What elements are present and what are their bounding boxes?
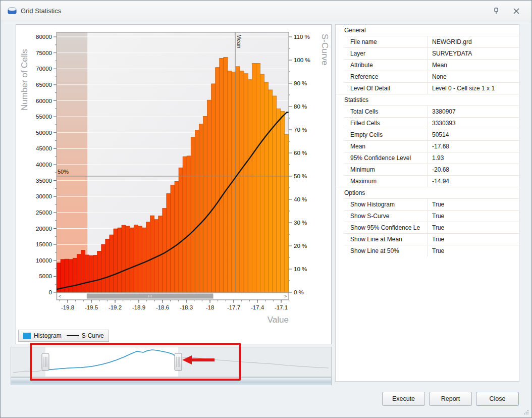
property-row[interactable]: LayerSURVEYDATA <box>336 47 519 59</box>
histogram-bar[interactable] <box>216 68 220 292</box>
scroll-right-arrow-icon[interactable]: > <box>284 294 287 299</box>
property-row[interactable]: Total Cells3380907 <box>336 106 519 117</box>
property-value[interactable]: -17.68 <box>428 141 519 152</box>
property-value[interactable]: 3330393 <box>428 118 519 129</box>
histogram-bar[interactable] <box>97 251 101 292</box>
histogram-bar[interactable] <box>240 71 244 292</box>
property-row[interactable]: Level Of DetailLevel 0 - Cell size 1 x 1 <box>336 82 519 94</box>
histogram-bar[interactable] <box>150 216 154 292</box>
property-row[interactable]: ReferenceNone <box>336 71 519 82</box>
navigator-scroll-strip[interactable] <box>11 377 332 385</box>
pin-icon[interactable] <box>492 7 500 15</box>
histogram-bar[interactable] <box>244 74 248 292</box>
histogram-bar[interactable] <box>130 228 134 292</box>
histogram-bar[interactable] <box>110 235 114 292</box>
histogram-bar[interactable] <box>228 71 232 292</box>
histogram-bar[interactable] <box>256 63 260 292</box>
property-value[interactable]: True <box>428 199 519 210</box>
property-value[interactable]: -14.94 <box>428 176 519 187</box>
property-row[interactable]: Maximum-14.94 <box>336 175 519 187</box>
histogram-bar[interactable] <box>211 84 216 292</box>
histogram-bar[interactable] <box>93 255 97 292</box>
title-bar[interactable]: Grid Statistics <box>1 1 531 21</box>
property-row[interactable]: Show Line at 50%True <box>336 245 519 256</box>
histogram-bar[interactable] <box>252 63 256 292</box>
property-value[interactable]: True <box>428 234 519 245</box>
property-value[interactable]: True <box>428 211 519 222</box>
histogram-bar[interactable] <box>175 182 179 292</box>
close-button[interactable]: Close <box>476 392 519 406</box>
histogram-bar[interactable] <box>73 258 77 292</box>
property-row[interactable]: Show 95% Confidence LeTrue <box>336 222 519 233</box>
navigator-right-handle[interactable] <box>175 353 182 371</box>
histogram-bar[interactable] <box>101 244 105 292</box>
histogram-bar[interactable] <box>203 116 207 292</box>
property-value[interactable]: 1.93 <box>428 152 519 164</box>
section-header-options[interactable]: Options <box>336 187 519 198</box>
histogram-bar[interactable] <box>118 228 122 292</box>
close-icon[interactable] <box>512 7 520 15</box>
property-value[interactable]: NEWGRID.grd <box>428 36 519 47</box>
histogram-bar[interactable] <box>122 225 126 292</box>
property-row[interactable]: Mean-17.68 <box>336 140 519 152</box>
property-row[interactable]: Filled Cells3330393 <box>336 117 519 129</box>
histogram-bar[interactable] <box>105 239 110 292</box>
property-value[interactable]: None <box>428 71 519 82</box>
property-value[interactable]: True <box>428 222 519 233</box>
histogram-s-curve-chart[interactable]: Mean50%<>0500010000150002000025000300003… <box>16 25 332 345</box>
property-row[interactable]: Empty Cells50514 <box>336 129 519 140</box>
histogram-bar[interactable] <box>142 228 146 292</box>
histogram-bar[interactable] <box>134 225 138 292</box>
histogram-bar[interactable] <box>224 57 228 292</box>
histogram-bar[interactable] <box>69 259 73 292</box>
histogram-bar[interactable] <box>167 194 171 292</box>
histogram-bar[interactable] <box>195 130 199 292</box>
histogram-bar[interactable] <box>248 80 252 292</box>
property-value[interactable]: 50514 <box>428 129 519 140</box>
resize-grip[interactable] <box>523 409 529 415</box>
histogram-bar[interactable] <box>183 156 187 292</box>
histogram-bar[interactable] <box>77 254 81 292</box>
histogram-bar[interactable] <box>126 226 130 292</box>
property-row[interactable]: Minimum-20.68 <box>336 164 519 175</box>
histogram-bar[interactable] <box>269 90 273 292</box>
scroll-left-arrow-icon[interactable]: < <box>59 294 61 299</box>
histogram-bar[interactable] <box>260 74 264 292</box>
property-value[interactable]: -20.68 <box>428 164 519 175</box>
property-row[interactable]: File nameNEWGRID.grd <box>336 36 519 47</box>
section-header-statistics[interactable]: Statistics <box>336 94 519 106</box>
histogram-bar[interactable] <box>179 168 183 292</box>
property-value[interactable]: True <box>428 245 519 256</box>
range-navigator[interactable] <box>11 347 332 377</box>
property-row[interactable]: Show S-CurveTrue <box>336 210 519 222</box>
histogram-bar[interactable] <box>277 109 281 292</box>
histogram-bar[interactable] <box>171 185 175 292</box>
property-row[interactable]: AttributeMean <box>336 59 519 71</box>
property-row[interactable]: Show HistogramTrue <box>336 198 519 210</box>
execute-button[interactable]: Execute <box>382 392 425 406</box>
histogram-bar[interactable] <box>114 229 118 292</box>
property-row[interactable]: 95% Confidence Level1.93 <box>336 152 519 164</box>
histogram-bar[interactable] <box>264 82 269 292</box>
navigator-selection[interactable] <box>45 347 178 377</box>
report-button[interactable]: Report <box>429 392 472 406</box>
property-value[interactable]: SURVEYDATA <box>428 48 519 59</box>
section-header-general[interactable]: General <box>336 25 519 36</box>
property-value[interactable]: Level 0 - Cell size 1 x 1 <box>428 83 519 94</box>
histogram-bar[interactable] <box>89 255 93 292</box>
property-value[interactable]: 3380907 <box>428 106 519 117</box>
property-row[interactable]: Show Line at MeanTrue <box>336 233 519 245</box>
histogram-bar[interactable] <box>285 135 289 292</box>
histogram-bar[interactable] <box>220 58 224 292</box>
histogram-bar[interactable] <box>81 250 85 292</box>
histogram-bar[interactable] <box>199 124 203 292</box>
histogram-bar[interactable] <box>191 137 195 292</box>
property-value[interactable]: Mean <box>428 60 519 71</box>
histogram-bar[interactable] <box>207 100 211 292</box>
histogram-bar[interactable] <box>281 111 285 292</box>
navigator-left-handle[interactable] <box>42 353 49 371</box>
histogram-bar[interactable] <box>236 67 240 292</box>
histogram-bar[interactable] <box>163 208 167 292</box>
histogram-bar[interactable] <box>138 226 142 292</box>
histogram-bar[interactable] <box>85 255 89 292</box>
